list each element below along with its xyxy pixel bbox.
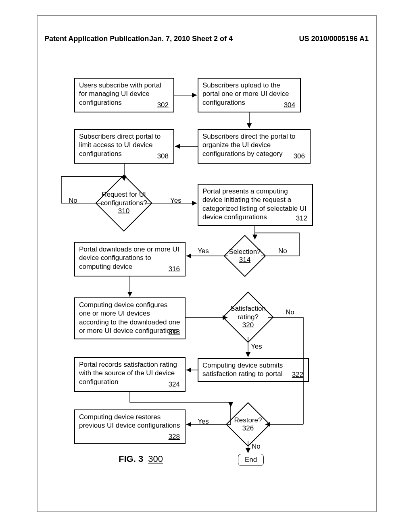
arrows — [37, 15, 376, 511]
diagram: Users subscribe with portal for managing… — [37, 15, 376, 511]
